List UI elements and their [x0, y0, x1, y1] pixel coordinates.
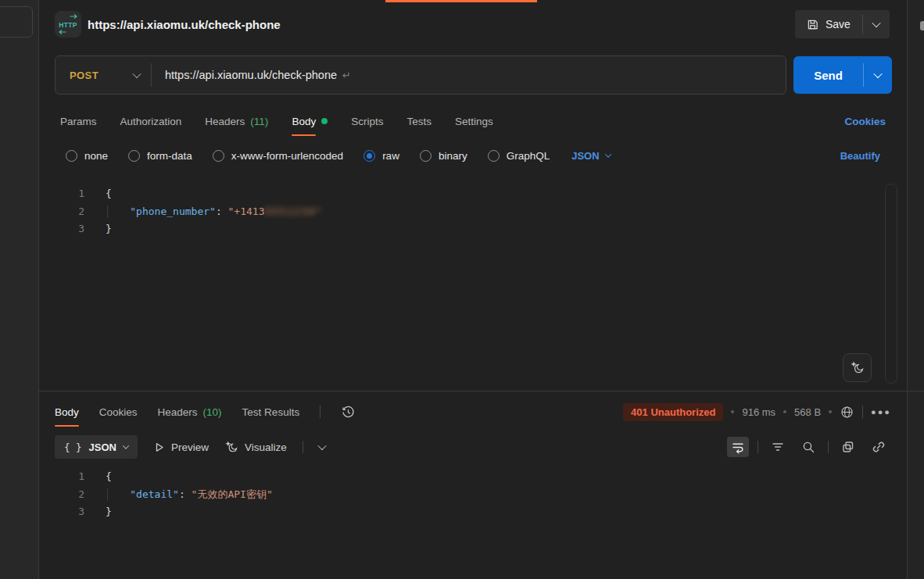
json-key: "phone_number"	[130, 206, 216, 217]
headers-count-badge: (11)	[250, 116, 268, 127]
line-number: 1	[39, 185, 84, 203]
send-button[interactable]: Send	[793, 56, 892, 94]
http-badge-label: HTTP	[55, 21, 81, 29]
pane-divider[interactable]	[39, 391, 907, 391]
left-sidebar-rail	[0, 0, 39, 579]
json-key: "detail"	[130, 488, 179, 500]
save-icon	[807, 19, 818, 30]
chevron-down-icon	[123, 442, 129, 449]
send-options-button[interactable]	[864, 56, 892, 94]
url-value: https://api.xiaomu.uk/check-phone	[165, 69, 337, 81]
search-button[interactable]	[797, 437, 819, 457]
sidebar-partial-item[interactable]	[0, 6, 33, 38]
editor-scrollbar[interactable]	[885, 184, 897, 384]
toolbar-divider	[862, 406, 863, 418]
copy-icon	[841, 440, 855, 454]
right-sidebar-rail	[907, 0, 924, 579]
response-time[interactable]: 916 ms	[742, 406, 775, 418]
response-tab-test-results[interactable]: Test Results	[242, 406, 300, 418]
wrap-text-icon	[731, 440, 745, 454]
chevron-down-icon	[873, 70, 882, 78]
indent-guide	[107, 488, 108, 502]
request-body-editor[interactable]: 1 { 2 "phone_number": "+14135551234" 3 }	[39, 182, 907, 391]
main-panel: HTTP https://api.xiaomu.uk/check-phone S…	[39, 0, 907, 579]
history-clock-icon	[341, 405, 356, 420]
visualize-button[interactable]: Visualize	[224, 440, 287, 454]
language-selector[interactable]: JSON	[571, 150, 610, 162]
toolbar-divider	[320, 406, 321, 418]
preview-button[interactable]: Preview	[153, 441, 209, 453]
response-tab-cookies[interactable]: Cookies	[99, 406, 138, 418]
network-globe-icon[interactable]	[840, 405, 854, 420]
radio-icon	[128, 150, 140, 162]
toolbar-divider	[757, 441, 758, 453]
language-label: JSON	[571, 150, 599, 162]
cookies-link[interactable]: Cookies	[844, 105, 886, 138]
format-label: JSON	[89, 441, 116, 453]
radio-icon	[420, 150, 432, 162]
response-body-editor[interactable]: 1 { 2 "detail": "无效的API密钥" 3 }	[39, 465, 907, 579]
enter-hint-icon: ↵	[342, 70, 351, 81]
request-url-bar: POST https://api.xiaomu.uk/check-phone↵	[55, 55, 786, 95]
separator-dot	[731, 410, 734, 413]
copy-button[interactable]	[837, 437, 859, 457]
tab-scripts[interactable]: Scripts	[351, 116, 383, 127]
tab-params[interactable]: Params	[60, 116, 97, 127]
code-line: 2 "detail": "无效的API密钥"	[39, 486, 907, 504]
filter-icon	[771, 440, 785, 454]
chevron-down-icon	[317, 441, 326, 450]
mode-raw[interactable]: raw	[364, 150, 399, 162]
tab-settings[interactable]: Settings	[455, 116, 493, 127]
save-options-button[interactable]	[863, 10, 890, 38]
save-button-label: Save	[826, 18, 851, 30]
arrow-left-icon	[58, 30, 66, 34]
url-input[interactable]: https://api.xiaomu.uk/check-phone↵	[152, 69, 351, 81]
mode-x-www-form-urlencoded[interactable]: x-www-form-urlencoded	[213, 150, 343, 162]
response-tools	[727, 432, 890, 462]
line-number: 3	[39, 220, 84, 238]
method-selector[interactable]: POST	[56, 70, 151, 81]
rail-divider	[908, 391, 924, 391]
toolbar-divider	[828, 441, 829, 453]
sparkle-icon	[224, 440, 238, 454]
chevron-down-icon	[604, 151, 611, 157]
http-request-icon: HTTP	[55, 11, 81, 38]
mode-binary[interactable]: binary	[420, 150, 467, 162]
mode-none[interactable]: none	[66, 150, 108, 162]
clipped-rail-icon[interactable]	[920, 21, 924, 30]
filter-button[interactable]	[767, 437, 789, 457]
chevron-down-icon	[132, 70, 141, 78]
save-button[interactable]: Save	[795, 10, 890, 38]
play-icon	[153, 441, 165, 453]
code-line: 1 {	[39, 468, 907, 486]
response-size[interactable]: 568 B	[794, 406, 821, 418]
wrap-text-button[interactable]	[727, 437, 749, 457]
tab-body[interactable]: Body	[292, 116, 328, 127]
separator-dot	[829, 410, 832, 413]
code-line: 1 {	[39, 185, 907, 203]
beautify-link[interactable]: Beautify	[840, 143, 880, 168]
search-icon	[801, 440, 815, 454]
tab-headers[interactable]: Headers(11)	[205, 116, 268, 127]
status-badge[interactable]: 401 Unauthorized	[623, 403, 723, 421]
more-views-button[interactable]	[319, 444, 325, 450]
arrow-right-icon	[70, 14, 78, 19]
mode-form-data[interactable]: form-data	[128, 150, 192, 162]
braces-icon: { }	[64, 441, 82, 453]
response-tab-headers[interactable]: Headers(10)	[158, 406, 222, 418]
redacted-phone-number: 5551234"	[265, 206, 324, 217]
separator-dot	[783, 410, 786, 413]
line-number: 2	[39, 203, 84, 221]
postbot-beautify-button[interactable]	[843, 353, 872, 382]
more-options-button[interactable]: ●●●	[871, 407, 891, 416]
response-history-button[interactable]	[341, 405, 356, 420]
tab-authorization[interactable]: Authorization	[120, 116, 182, 127]
tab-tests[interactable]: Tests	[406, 116, 432, 127]
code-line: 3 }	[39, 220, 907, 238]
response-tab-body[interactable]: Body	[55, 406, 79, 418]
link-button[interactable]	[868, 437, 890, 457]
response-format-selector[interactable]: { } JSON	[55, 435, 138, 459]
app-window: HTTP https://api.xiaomu.uk/check-phone S…	[0, 0, 924, 579]
mode-graphql[interactable]: GraphQL	[488, 150, 550, 162]
line-number: 3	[39, 503, 84, 521]
